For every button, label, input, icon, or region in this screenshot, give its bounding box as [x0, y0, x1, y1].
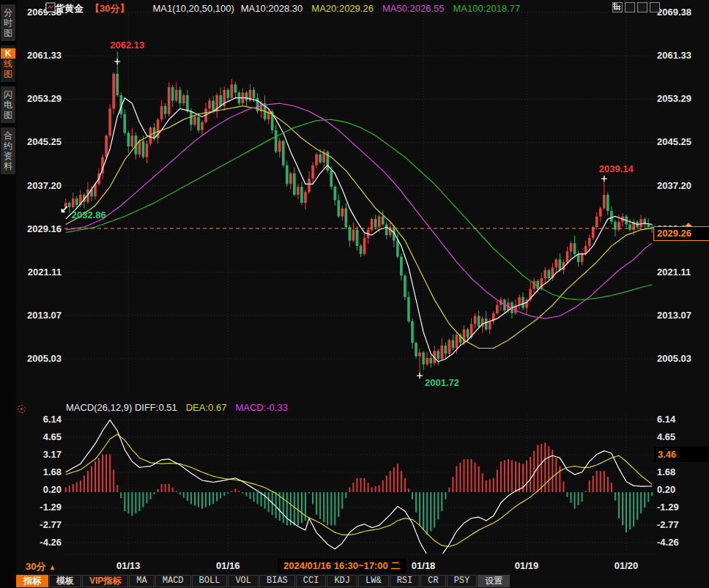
- fit-horizontal-icon[interactable]: [637, 2, 647, 12]
- sidebar-tab-4[interactable]: 合约资料: [1, 127, 15, 174]
- footer-tab-10[interactable]: KDJ: [327, 575, 357, 587]
- ma-values: MA10:2028.30MA20:2029.26MA50:2026.55MA10…: [241, 3, 521, 14]
- southwest-arrow-icon: ↙: [60, 203, 69, 215]
- x-axis-date-01-19: 01/19: [515, 560, 539, 571]
- footer-tab-13[interactable]: CR: [420, 575, 445, 587]
- footer-tab-1[interactable]: 指标: [16, 575, 48, 587]
- x-axis-date-01-18: 01/18: [412, 560, 436, 571]
- footer-tab-14[interactable]: PSY: [447, 575, 478, 587]
- price-axis-right-1: 2061.33: [657, 51, 691, 61]
- x-axis-date-01-20: 01/20: [615, 560, 639, 571]
- grid: [64, 12, 654, 554]
- price-axis-right-3: 2045.25: [657, 137, 691, 147]
- indicator-tab-bar: 指标模板VIP指标MAMACDBOLLVOLBIASCCIKDJLW&RSICR…: [16, 575, 709, 588]
- bar-timestamp: 2024/01/16 16:30~17:00 二: [278, 559, 406, 573]
- ma-line-ma100: [66, 119, 653, 299]
- price-axis-left-3: 2045.25: [19, 137, 62, 147]
- price-axis-left-1: 2061.33: [19, 51, 62, 61]
- macd-axis-right-1: 4.65: [657, 432, 675, 442]
- macd-axis-right-7: -4.26: [657, 537, 679, 548]
- chart-toolbar: [612, 2, 660, 12]
- price-axis-left-5: 2029.16: [19, 224, 62, 234]
- chevron-up-icon: ▲: [48, 563, 56, 571]
- footer-tab-12[interactable]: RSI: [390, 575, 420, 587]
- ma-params-label: MA1(10,20,50,100): [152, 3, 234, 14]
- footer-tab-9[interactable]: CCI: [296, 575, 327, 587]
- ma-line-ma20: [66, 106, 653, 349]
- price-axis-right-7: 2013.07: [657, 310, 691, 321]
- macd-histogram: [66, 442, 653, 535]
- annotation-low: 2001.72: [425, 377, 459, 388]
- macd-header: MACD(26,12,9) DIFF:0.51DEA:0.67MACD:-0.3…: [66, 402, 288, 413]
- price-axis-left-7: 2013.07: [19, 310, 62, 321]
- macd-axis-right-3: 1.68: [657, 467, 675, 477]
- pan-right-icon[interactable]: [650, 2, 660, 12]
- x-axis-date-01-13: 01/13: [116, 560, 141, 571]
- macd-axis-right-4: 0.20: [657, 485, 675, 495]
- sidebar-tab-3[interactable]: 闪电图: [1, 86, 15, 123]
- annotation-swing-high: 2039.14: [599, 163, 634, 174]
- macd-axis-left-3: 1.68: [19, 467, 62, 477]
- macd-header-part-1: MACD(26,12,9) DIFF:0.51: [66, 402, 177, 413]
- chart-canvas[interactable]: [0, 0, 709, 588]
- footer-tab-11[interactable]: LW&: [358, 575, 389, 587]
- macd-axis-right-5: -1.29: [657, 502, 679, 513]
- current-price-badge: 2029.26: [653, 226, 709, 241]
- macd-axis-left-7: -4.26: [19, 537, 62, 548]
- period-selector[interactable]: 30分▲: [26, 560, 56, 573]
- ma-value-4: MA100:2018.77: [453, 3, 521, 14]
- macd-axis-left-0: 6.14: [19, 414, 62, 425]
- price-axis-left-4: 2037.20: [19, 181, 62, 191]
- sidebar: 分时图K线图闪电图合约资料: [0, 0, 16, 588]
- price-axis-left-2: 2053.29: [19, 94, 62, 104]
- price-axis-right-2: 2053.29: [657, 94, 691, 104]
- footer-tab-7[interactable]: VOL: [228, 575, 259, 587]
- ma-value-3: MA50:2026.55: [382, 3, 445, 14]
- trading-app: 分时图K线图闪电图合约资料 现货黄金 【30分】 MA1(10,20,50,10…: [0, 0, 709, 588]
- sidebar-tab-1[interactable]: 分时图: [1, 4, 15, 41]
- price-axis-right-8: 2005.03: [657, 354, 691, 364]
- period-label: 【30分】: [90, 2, 129, 15]
- indicator-cycle-icon[interactable]: [18, 405, 26, 413]
- indicator-icon[interactable]: [136, 4, 146, 14]
- footer-tab-3[interactable]: VIP指标: [82, 575, 128, 587]
- price-axis-left-8: 2005.03: [19, 354, 62, 364]
- price-axis-right-0: 2069.38: [657, 7, 691, 18]
- macd-axis-right-6: -2.77: [657, 520, 679, 530]
- candlestick-series: [64, 51, 653, 376]
- price-axis-right-4: 2037.20: [657, 181, 691, 191]
- fit-vertical-icon[interactable]: [625, 2, 635, 12]
- price-axis-left-6: 2021.11: [19, 267, 62, 278]
- macd-axis-right-0: 6.14: [657, 414, 675, 425]
- macd-axis-left-5: -1.29: [19, 502, 62, 513]
- macd-axis-left-6: -2.77: [19, 520, 62, 530]
- x-axis-date-01-16: 01/16: [216, 560, 240, 571]
- sidebar-tab-2[interactable]: K线图: [1, 45, 15, 82]
- macd-axis-left-2: 3.17: [19, 450, 62, 460]
- footer-tab-15[interactable]: 设置: [478, 575, 510, 587]
- macd-value-badge: 3.46: [654, 447, 709, 462]
- footer-tab-5[interactable]: MACD: [155, 575, 191, 587]
- ma-value-1: MA10:2028.30: [241, 3, 303, 14]
- annotation-low-left: 2032.86: [72, 209, 106, 220]
- annotation-high: 2062.13: [110, 40, 144, 51]
- macd-axis-left-1: 4.65: [19, 432, 62, 442]
- macd-header-part-3: MACD:-0.33: [235, 402, 288, 413]
- ma-value-2: MA20:2029.26: [311, 3, 374, 14]
- macd-header-part-2: DEA:0.67: [186, 402, 227, 413]
- footer-tab-4[interactable]: MA: [129, 575, 154, 587]
- macd-axis-left-4: 0.20: [19, 485, 62, 495]
- footer-tab-8[interactable]: BIAS: [259, 575, 295, 587]
- x-axis-bar: 30分▲ 2024/01/16 16:30~17:00 二 01/1301/16…: [16, 558, 709, 575]
- footer-tab-2[interactable]: 模板: [49, 575, 81, 587]
- price-axis-right-6: 2021.11: [657, 267, 691, 278]
- chart-header: 现货黄金 【30分】 MA1(10,20,50,100) MA10:2028.3…: [45, 2, 520, 15]
- footer-tab-6[interactable]: BOLL: [192, 575, 228, 587]
